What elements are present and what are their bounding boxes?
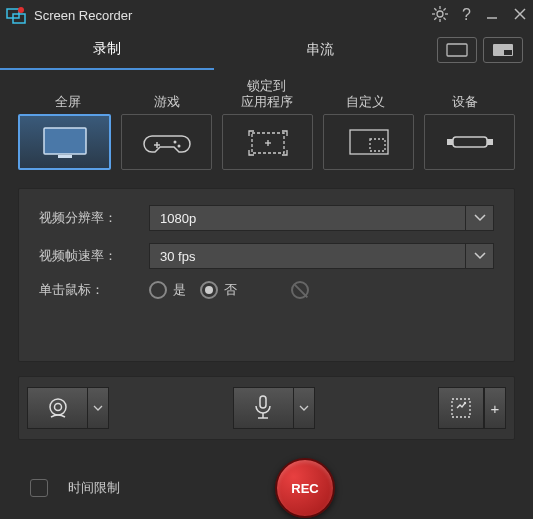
source-game[interactable] <box>121 114 212 170</box>
source-fullscreen[interactable] <box>18 114 111 170</box>
svg-line-11 <box>444 8 446 10</box>
svg-point-22 <box>173 141 176 144</box>
help-icon[interactable]: ? <box>462 6 471 24</box>
pip-mode-icon[interactable] <box>483 37 523 63</box>
svg-rect-15 <box>447 44 467 56</box>
disable-icon[interactable] <box>291 281 309 299</box>
source-selector: 全屏 游戏 锁定到应用程序 自定义 设备 <box>0 70 533 170</box>
svg-point-32 <box>50 399 66 415</box>
svg-rect-18 <box>44 128 86 154</box>
radio-no[interactable]: 否 <box>200 281 237 299</box>
svg-rect-37 <box>452 399 470 417</box>
svg-point-3 <box>437 11 443 17</box>
source-label-device: 设备 <box>416 78 515 110</box>
svg-rect-29 <box>453 137 487 147</box>
svg-line-9 <box>444 17 446 19</box>
titlebar: Screen Recorder ? <box>0 0 533 30</box>
input-bar: + <box>18 376 515 440</box>
tab-record[interactable]: 录制 <box>0 30 214 70</box>
chevron-down-icon <box>465 244 493 268</box>
source-label-game: 游戏 <box>117 78 216 110</box>
resolution-dropdown[interactable]: 1080p <box>149 205 494 231</box>
minimize-icon[interactable] <box>485 7 499 24</box>
overlay-button[interactable] <box>438 387 484 429</box>
svg-rect-30 <box>447 139 453 145</box>
app-icon <box>6 5 26 25</box>
source-label-custom: 自定义 <box>316 78 415 110</box>
svg-line-8 <box>434 8 436 10</box>
settings-icon[interactable] <box>432 6 448 25</box>
svg-point-38 <box>464 402 466 404</box>
source-custom[interactable] <box>323 114 414 170</box>
radio-yes[interactable]: 是 <box>149 281 186 299</box>
mic-button[interactable] <box>233 387 293 429</box>
source-label-app: 锁定到应用程序 <box>217 78 316 110</box>
svg-rect-31 <box>487 139 493 145</box>
settings-panel: 视频分辨率： 1080p 视频帧速率： 30 fps 单击鼠标： 是 否 <box>18 188 515 362</box>
time-limit-checkbox[interactable] <box>30 479 48 497</box>
svg-point-2 <box>18 7 24 13</box>
chevron-down-icon <box>465 206 493 230</box>
record-button[interactable]: REC <box>275 458 335 518</box>
svg-line-10 <box>434 17 436 19</box>
svg-point-23 <box>177 145 180 148</box>
svg-rect-17 <box>504 50 512 55</box>
tab-bar: 录制 串流 <box>0 30 533 70</box>
resolution-label: 视频分辨率： <box>39 209 149 227</box>
close-icon[interactable] <box>513 7 527 24</box>
svg-rect-28 <box>370 139 385 151</box>
svg-rect-34 <box>260 396 266 408</box>
source-device[interactable] <box>424 114 515 170</box>
source-app[interactable] <box>222 114 313 170</box>
source-label-fullscreen: 全屏 <box>18 78 117 110</box>
overlay-add-button[interactable]: + <box>484 387 506 429</box>
fps-value: 30 fps <box>160 249 195 264</box>
svg-rect-19 <box>58 155 72 158</box>
time-limit-label: 时间限制 <box>68 479 120 497</box>
tab-stream[interactable]: 串流 <box>214 30 428 70</box>
mic-dropdown[interactable] <box>293 387 315 429</box>
click-label: 单击鼠标： <box>39 281 149 299</box>
resolution-value: 1080p <box>160 211 196 226</box>
single-mode-icon[interactable] <box>437 37 477 63</box>
bottom-bar: 时间限制 REC <box>0 440 533 518</box>
fps-label: 视频帧速率： <box>39 247 149 265</box>
fps-dropdown[interactable]: 30 fps <box>149 243 494 269</box>
svg-point-33 <box>54 404 61 411</box>
webcam-dropdown[interactable] <box>87 387 109 429</box>
webcam-button[interactable] <box>27 387 87 429</box>
app-title: Screen Recorder <box>34 8 432 23</box>
